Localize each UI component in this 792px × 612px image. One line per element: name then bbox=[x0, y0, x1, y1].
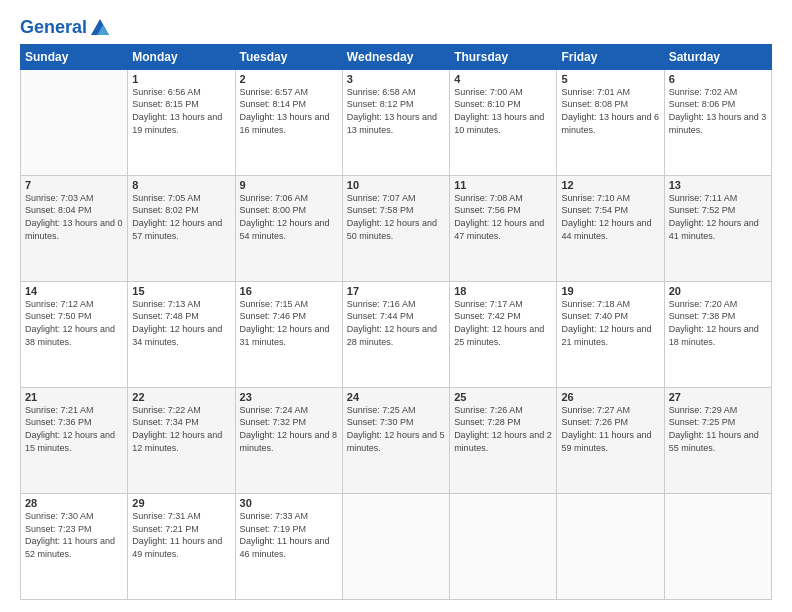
day-info: Sunrise: 7:02 AMSunset: 8:06 PMDaylight:… bbox=[669, 86, 767, 136]
logo-text: General bbox=[20, 18, 87, 38]
day-info: Sunrise: 7:20 AMSunset: 7:38 PMDaylight:… bbox=[669, 298, 767, 348]
header: General bbox=[20, 18, 772, 38]
calendar-week-row: 7Sunrise: 7:03 AMSunset: 8:04 PMDaylight… bbox=[21, 175, 772, 281]
calendar-cell: 16Sunrise: 7:15 AMSunset: 7:46 PMDayligh… bbox=[235, 281, 342, 387]
calendar-cell: 3Sunrise: 6:58 AMSunset: 8:12 PMDaylight… bbox=[342, 69, 449, 175]
day-info: Sunrise: 7:24 AMSunset: 7:32 PMDaylight:… bbox=[240, 404, 338, 454]
day-info: Sunrise: 7:01 AMSunset: 8:08 PMDaylight:… bbox=[561, 86, 659, 136]
day-number: 8 bbox=[132, 179, 230, 191]
calendar-cell bbox=[342, 493, 449, 599]
day-number: 3 bbox=[347, 73, 445, 85]
calendar-cell: 6Sunrise: 7:02 AMSunset: 8:06 PMDaylight… bbox=[664, 69, 771, 175]
calendar-week-row: 21Sunrise: 7:21 AMSunset: 7:36 PMDayligh… bbox=[21, 387, 772, 493]
day-info: Sunrise: 6:57 AMSunset: 8:14 PMDaylight:… bbox=[240, 86, 338, 136]
day-number: 6 bbox=[669, 73, 767, 85]
day-number: 16 bbox=[240, 285, 338, 297]
day-number: 15 bbox=[132, 285, 230, 297]
calendar-cell: 12Sunrise: 7:10 AMSunset: 7:54 PMDayligh… bbox=[557, 175, 664, 281]
calendar-cell: 10Sunrise: 7:07 AMSunset: 7:58 PMDayligh… bbox=[342, 175, 449, 281]
calendar-cell: 9Sunrise: 7:06 AMSunset: 8:00 PMDaylight… bbox=[235, 175, 342, 281]
day-number: 17 bbox=[347, 285, 445, 297]
day-info: Sunrise: 7:08 AMSunset: 7:56 PMDaylight:… bbox=[454, 192, 552, 242]
calendar-cell: 7Sunrise: 7:03 AMSunset: 8:04 PMDaylight… bbox=[21, 175, 128, 281]
day-number: 4 bbox=[454, 73, 552, 85]
day-info: Sunrise: 7:15 AMSunset: 7:46 PMDaylight:… bbox=[240, 298, 338, 348]
day-number: 2 bbox=[240, 73, 338, 85]
day-info: Sunrise: 7:27 AMSunset: 7:26 PMDaylight:… bbox=[561, 404, 659, 454]
calendar-day-header: Tuesday bbox=[235, 44, 342, 69]
calendar-week-row: 28Sunrise: 7:30 AMSunset: 7:23 PMDayligh… bbox=[21, 493, 772, 599]
calendar-cell: 5Sunrise: 7:01 AMSunset: 8:08 PMDaylight… bbox=[557, 69, 664, 175]
calendar-cell: 23Sunrise: 7:24 AMSunset: 7:32 PMDayligh… bbox=[235, 387, 342, 493]
day-number: 28 bbox=[25, 497, 123, 509]
day-number: 23 bbox=[240, 391, 338, 403]
day-number: 14 bbox=[25, 285, 123, 297]
day-info: Sunrise: 7:26 AMSunset: 7:28 PMDaylight:… bbox=[454, 404, 552, 454]
calendar-cell bbox=[450, 493, 557, 599]
day-info: Sunrise: 7:12 AMSunset: 7:50 PMDaylight:… bbox=[25, 298, 123, 348]
day-number: 12 bbox=[561, 179, 659, 191]
day-info: Sunrise: 7:03 AMSunset: 8:04 PMDaylight:… bbox=[25, 192, 123, 242]
day-info: Sunrise: 7:16 AMSunset: 7:44 PMDaylight:… bbox=[347, 298, 445, 348]
day-number: 11 bbox=[454, 179, 552, 191]
calendar-day-header: Monday bbox=[128, 44, 235, 69]
day-info: Sunrise: 7:18 AMSunset: 7:40 PMDaylight:… bbox=[561, 298, 659, 348]
day-number: 5 bbox=[561, 73, 659, 85]
calendar-week-row: 1Sunrise: 6:56 AMSunset: 8:15 PMDaylight… bbox=[21, 69, 772, 175]
calendar-cell: 22Sunrise: 7:22 AMSunset: 7:34 PMDayligh… bbox=[128, 387, 235, 493]
calendar-header-row: SundayMondayTuesdayWednesdayThursdayFrid… bbox=[21, 44, 772, 69]
calendar-cell: 13Sunrise: 7:11 AMSunset: 7:52 PMDayligh… bbox=[664, 175, 771, 281]
calendar-cell: 21Sunrise: 7:21 AMSunset: 7:36 PMDayligh… bbox=[21, 387, 128, 493]
day-number: 24 bbox=[347, 391, 445, 403]
logo-icon bbox=[89, 17, 111, 37]
calendar-cell: 19Sunrise: 7:18 AMSunset: 7:40 PMDayligh… bbox=[557, 281, 664, 387]
day-info: Sunrise: 7:11 AMSunset: 7:52 PMDaylight:… bbox=[669, 192, 767, 242]
calendar-cell: 11Sunrise: 7:08 AMSunset: 7:56 PMDayligh… bbox=[450, 175, 557, 281]
calendar-cell bbox=[664, 493, 771, 599]
day-info: Sunrise: 7:33 AMSunset: 7:19 PMDaylight:… bbox=[240, 510, 338, 560]
calendar-day-header: Wednesday bbox=[342, 44, 449, 69]
day-number: 27 bbox=[669, 391, 767, 403]
day-info: Sunrise: 7:13 AMSunset: 7:48 PMDaylight:… bbox=[132, 298, 230, 348]
day-info: Sunrise: 7:29 AMSunset: 7:25 PMDaylight:… bbox=[669, 404, 767, 454]
day-number: 29 bbox=[132, 497, 230, 509]
day-info: Sunrise: 7:31 AMSunset: 7:21 PMDaylight:… bbox=[132, 510, 230, 560]
calendar-day-header: Friday bbox=[557, 44, 664, 69]
calendar-cell bbox=[21, 69, 128, 175]
logo: General bbox=[20, 18, 111, 38]
day-number: 10 bbox=[347, 179, 445, 191]
calendar-cell: 25Sunrise: 7:26 AMSunset: 7:28 PMDayligh… bbox=[450, 387, 557, 493]
day-number: 21 bbox=[25, 391, 123, 403]
calendar-cell: 2Sunrise: 6:57 AMSunset: 8:14 PMDaylight… bbox=[235, 69, 342, 175]
day-info: Sunrise: 7:05 AMSunset: 8:02 PMDaylight:… bbox=[132, 192, 230, 242]
day-number: 26 bbox=[561, 391, 659, 403]
day-number: 30 bbox=[240, 497, 338, 509]
calendar-cell: 20Sunrise: 7:20 AMSunset: 7:38 PMDayligh… bbox=[664, 281, 771, 387]
calendar-cell: 29Sunrise: 7:31 AMSunset: 7:21 PMDayligh… bbox=[128, 493, 235, 599]
day-number: 9 bbox=[240, 179, 338, 191]
day-info: Sunrise: 7:21 AMSunset: 7:36 PMDaylight:… bbox=[25, 404, 123, 454]
day-number: 22 bbox=[132, 391, 230, 403]
day-info: Sunrise: 7:17 AMSunset: 7:42 PMDaylight:… bbox=[454, 298, 552, 348]
page: General SundayMondayTuesdayWednesdayThur… bbox=[0, 0, 792, 612]
calendar-cell: 1Sunrise: 6:56 AMSunset: 8:15 PMDaylight… bbox=[128, 69, 235, 175]
calendar-cell bbox=[557, 493, 664, 599]
day-number: 19 bbox=[561, 285, 659, 297]
day-number: 25 bbox=[454, 391, 552, 403]
calendar-cell: 27Sunrise: 7:29 AMSunset: 7:25 PMDayligh… bbox=[664, 387, 771, 493]
calendar-cell: 15Sunrise: 7:13 AMSunset: 7:48 PMDayligh… bbox=[128, 281, 235, 387]
calendar-table: SundayMondayTuesdayWednesdayThursdayFrid… bbox=[20, 44, 772, 600]
day-info: Sunrise: 7:06 AMSunset: 8:00 PMDaylight:… bbox=[240, 192, 338, 242]
calendar-cell: 8Sunrise: 7:05 AMSunset: 8:02 PMDaylight… bbox=[128, 175, 235, 281]
calendar-cell: 17Sunrise: 7:16 AMSunset: 7:44 PMDayligh… bbox=[342, 281, 449, 387]
calendar-day-header: Thursday bbox=[450, 44, 557, 69]
day-number: 1 bbox=[132, 73, 230, 85]
day-info: Sunrise: 7:07 AMSunset: 7:58 PMDaylight:… bbox=[347, 192, 445, 242]
calendar-day-header: Saturday bbox=[664, 44, 771, 69]
day-info: Sunrise: 7:25 AMSunset: 7:30 PMDaylight:… bbox=[347, 404, 445, 454]
calendar-cell: 18Sunrise: 7:17 AMSunset: 7:42 PMDayligh… bbox=[450, 281, 557, 387]
day-info: Sunrise: 7:30 AMSunset: 7:23 PMDaylight:… bbox=[25, 510, 123, 560]
calendar-week-row: 14Sunrise: 7:12 AMSunset: 7:50 PMDayligh… bbox=[21, 281, 772, 387]
calendar-cell: 4Sunrise: 7:00 AMSunset: 8:10 PMDaylight… bbox=[450, 69, 557, 175]
calendar-cell: 28Sunrise: 7:30 AMSunset: 7:23 PMDayligh… bbox=[21, 493, 128, 599]
